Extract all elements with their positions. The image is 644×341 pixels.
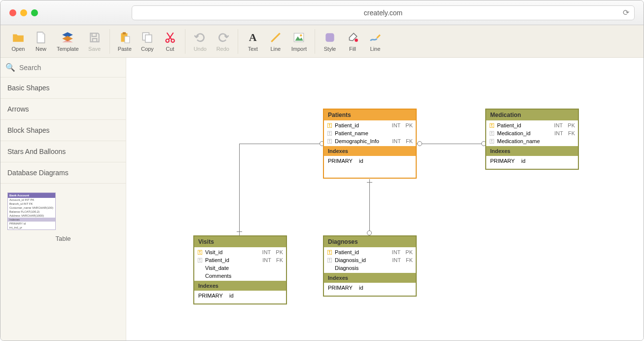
connector[interactable] — [239, 144, 240, 235]
connector-endpoint[interactable] — [367, 230, 372, 235]
undo-button[interactable]: Undo — [189, 29, 211, 54]
svg-rect-1 — [122, 32, 126, 34]
open-button[interactable]: Open — [7, 29, 29, 54]
image-icon — [292, 31, 305, 44]
sidebar-item-block-shapes[interactable]: Block Shapes — [0, 120, 126, 141]
entity-patients[interactable]: Patients ⚿ Patient_id INT PK ⚿ Patient_n… — [323, 109, 417, 179]
entity-fields: ⚿ Patient_id INT PK ⚿ Diagnosis_id INT F… — [324, 247, 416, 273]
entity-field[interactable]: Visit_date — [194, 264, 286, 272]
field-icon: ⚿ — [327, 257, 332, 263]
toolbar-separator — [315, 29, 315, 54]
sidebar-item-basic-shapes[interactable]: Basic Shapes — [0, 77, 126, 99]
sidebar-item-stars-balloons[interactable]: Stars And Balloons — [0, 141, 126, 162]
browser-chrome: creately.com ⟳ — [0, 0, 644, 25]
indexes-header: Indexes — [486, 146, 578, 156]
sidebar-item-database-diagrams[interactable]: Database Diagrams — [0, 162, 126, 184]
indexes-body: PRIMARY id — [324, 283, 416, 296]
redo-button[interactable]: Redo — [212, 29, 234, 54]
new-button[interactable]: New — [30, 29, 52, 54]
toolbar-separator — [238, 29, 238, 54]
indexes-body: PRIMARY id — [194, 291, 286, 303]
style-icon — [323, 31, 336, 44]
fill-button[interactable]: Fill — [342, 29, 363, 54]
connector[interactable] — [369, 179, 370, 236]
line-icon — [269, 31, 282, 44]
entity-visits[interactable]: Visits ⚿ Visit_id INT PK ⚿ Patient_id IN… — [193, 235, 287, 304]
shape-thumbnail-area: Bank Account Account_id INT PK Branch_id… — [0, 184, 126, 251]
thumbnail-label: Table — [7, 235, 119, 242]
reload-icon[interactable]: ⟳ — [623, 8, 629, 17]
entity-field[interactable]: ⚿ Patient_id INT PK — [324, 121, 416, 129]
toolbar-separator — [109, 29, 110, 54]
connector-endpoint[interactable] — [417, 141, 422, 146]
field-icon: ⚿ — [489, 138, 494, 144]
entity-diagnoses[interactable]: Diagnoses ⚿ Patient_id INT PK ⚿ Diagnosi… — [323, 235, 417, 297]
connector[interactable] — [416, 144, 485, 144]
maximize-window-button[interactable] — [31, 9, 38, 16]
entity-field[interactable]: Comments — [194, 272, 286, 280]
canvas[interactable]: Patients ⚿ Patient_id INT PK ⚿ Patient_n… — [126, 58, 644, 341]
primary-key-icon: ⚿ — [327, 249, 332, 255]
field-icon: ⚿ — [327, 130, 332, 136]
sidebar: 🔍 Basic Shapes Arrows Block Shapes Stars… — [0, 58, 126, 341]
entity-field[interactable]: ⚿ Patient_id INT PK — [486, 121, 578, 129]
entity-medication[interactable]: Medication ⚿ Patient_id INT PK ⚿ Medicat… — [485, 109, 579, 170]
window-controls — [9, 9, 38, 16]
entity-title: Medication — [486, 110, 578, 120]
field-icon: ⚿ — [489, 130, 494, 136]
line-style-button[interactable]: Line — [364, 29, 386, 54]
entity-field[interactable]: Diagnosis — [324, 264, 416, 272]
undo-icon — [194, 31, 207, 44]
primary-key-icon: ⚿ — [197, 249, 202, 255]
primary-key-icon: ⚿ — [327, 122, 332, 128]
sidebar-item-arrows[interactable]: Arrows — [0, 99, 126, 120]
search-input[interactable] — [19, 64, 121, 72]
import-button[interactable]: Import — [287, 29, 311, 54]
entity-field[interactable]: ⚿ Patient_name — [324, 129, 416, 137]
entity-title: Diagnoses — [324, 236, 416, 247]
text-tool-button[interactable]: A Text — [242, 29, 264, 54]
entity-field[interactable]: ⚿ Patient_id INT FK — [194, 256, 286, 264]
save-icon — [88, 31, 101, 44]
copy-icon — [141, 31, 154, 44]
template-button[interactable]: Template — [53, 29, 83, 54]
indexes-header: Indexes — [324, 273, 416, 283]
close-window-button[interactable] — [9, 9, 16, 16]
field-icon: ⚿ — [327, 138, 332, 144]
style-button[interactable]: Style — [319, 29, 341, 54]
entity-title: Patients — [324, 110, 416, 120]
connector[interactable] — [239, 144, 324, 144]
minimize-window-button[interactable] — [20, 9, 27, 16]
field-icon: ⚿ — [197, 257, 202, 263]
search-icon: 🔍 — [5, 63, 15, 72]
entity-field[interactable]: ⚿ Visit_id INT PK — [194, 248, 286, 256]
copy-button[interactable]: Copy — [137, 29, 158, 54]
connector-bar — [367, 182, 372, 183]
redo-icon — [216, 31, 229, 44]
cut-button[interactable]: Cut — [159, 29, 181, 54]
entity-field[interactable]: ⚿ Medication_name — [486, 137, 578, 145]
folder-icon — [12, 31, 25, 44]
url-bar[interactable]: creately.com ⟳ — [132, 5, 635, 20]
entity-field[interactable]: ⚿ Patient_id INT PK — [324, 248, 416, 256]
indexes-body: PRIMARY id — [486, 156, 578, 169]
fill-icon — [346, 31, 359, 44]
indexes-header: Indexes — [194, 281, 286, 291]
template-icon — [61, 31, 74, 44]
entity-fields: ⚿ Patient_id INT PK ⚿ Medication_id INT … — [486, 120, 578, 146]
svg-line-7 — [271, 33, 280, 41]
text-icon: A — [247, 31, 259, 44]
connector-bar — [237, 231, 242, 232]
paste-button[interactable]: Paste — [114, 29, 136, 54]
paste-icon — [118, 31, 131, 44]
line-tool-button[interactable]: Line — [265, 29, 286, 54]
save-button[interactable]: Save — [84, 29, 106, 54]
search-row: 🔍 — [0, 58, 126, 77]
entity-field[interactable]: ⚿ Medication_id INT FK — [486, 129, 578, 137]
entity-field[interactable]: ⚿ Diagnosis_id INT FK — [324, 256, 416, 264]
cut-icon — [164, 31, 177, 44]
svg-rect-2 — [125, 36, 130, 42]
entity-field[interactable]: ⚿ Demographic_Info INT FK — [324, 137, 416, 145]
toolbar-separator — [185, 29, 185, 54]
table-shape-thumbnail[interactable]: Bank Account Account_id INT PK Branch_id… — [7, 192, 56, 230]
